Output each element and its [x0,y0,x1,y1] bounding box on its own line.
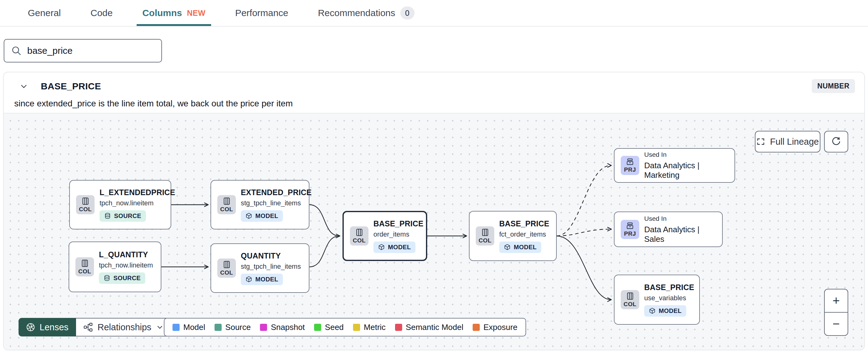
metric-swatch [353,324,360,331]
recommendations-count-badge: 0 [400,6,414,20]
node-title: L_QUANTITY [99,250,148,259]
semantic-model-swatch [395,324,402,331]
lineage-node-quantity[interactable]: COL QUANTITY stg_tpch_line_items MODEL [211,243,309,293]
node-type-legend: Model Source Snapshot Seed Metric Semant… [164,318,526,336]
full-lineage-button[interactable]: Full Lineage [755,131,820,152]
column-chip: COL [75,257,94,276]
column-panel-header: BASE_PRICE NUMBER since extended_price i… [4,72,864,113]
legend-item-exposure: Exposure [473,323,518,332]
used-in-label: Used In [644,151,666,158]
tab-bar: General Code Columns NEW Performance Rec… [0,0,868,27]
legend-item-seed: Seed [314,323,344,332]
node-title: BASE_PRICE [373,219,424,228]
source-swatch [215,324,222,331]
exposure-swatch [473,324,480,331]
lineage-node-base-price-fct-order-items[interactable]: COL BASE_PRICE fct_order_items MODEL [469,211,557,261]
project-chip: PRJ [621,156,639,175]
lineage-node-extended-price[interactable]: COL EXTENDED_PRICE stg_tpch_line_items M… [211,180,309,230]
model-badge: MODEL [241,210,283,222]
model-badge: MODEL [241,274,283,285]
search-input[interactable] [27,46,155,56]
chevron-down-icon [156,324,163,331]
cube-icon [378,244,385,250]
cube-icon [245,276,252,283]
legend-item-metric: Metric [353,323,386,332]
column-lineage-page: General Code Columns NEW Performance Rec… [0,0,868,355]
lineage-node-base-price-order-items-selected[interactable]: COL BASE_PRICE order_items MODEL [342,211,427,261]
lineage-node-l-quantity[interactable]: COL L_QUANTITY tpch_now.lineitem SOURCE [69,241,161,292]
collapse-chevron-icon[interactable] [20,82,28,90]
expand-icon [756,137,765,146]
model-badge: MODEL [644,305,686,317]
database-icon [103,275,111,282]
column-chip: COL [76,195,95,214]
zoom-in-button[interactable]: + [825,290,847,313]
node-subtitle: stg_tpch_line_items [241,263,301,271]
node-subtitle: tpch_now.lineitem [99,199,154,207]
node-title: Data Analytics | Sales [644,225,716,244]
tab-recommendations[interactable]: Recommendations 0 [312,0,420,26]
search-row [0,27,868,62]
column-type-badge: NUMBER [812,79,855,93]
seed-swatch [314,324,321,331]
tab-columns[interactable]: Columns NEW [136,0,211,26]
archive-icon [626,158,634,166]
lineage-canvas[interactable]: COL L_EXTENDEDPRICE tpch_now.lineitem SO… [4,113,864,350]
tab-code[interactable]: Code [85,0,118,26]
columns-icon [355,228,364,237]
column-chip: COL [350,226,369,245]
project-chip: PRJ [621,220,639,239]
columns-icon [223,197,231,205]
legend-item-semantic-model: Semantic Model [395,323,463,332]
lineage-node-used-in-marketing[interactable]: PRJ Used In Data Analytics | Marketing [614,148,735,183]
cube-icon [504,244,511,250]
relationships-icon [84,323,93,332]
new-badge: NEW [187,9,206,18]
model-swatch [173,324,180,331]
node-title: QUANTITY [241,252,281,260]
aperture-icon [26,323,35,332]
lenses-toolbar: Lenses Relationships [19,318,171,336]
node-title: EXTENDED_PRICE [241,188,312,197]
column-name: BASE_PRICE [41,81,101,92]
refresh-button[interactable] [824,131,848,152]
tab-performance[interactable]: Performance [230,0,294,26]
lenses-button[interactable]: Lenses [19,318,76,336]
snapshot-swatch [260,324,267,331]
column-panel: BASE_PRICE NUMBER since extended_price i… [3,72,865,350]
node-title: BASE_PRICE [499,219,549,228]
column-chip: COL [476,226,494,245]
column-chip: COL [621,290,639,309]
refresh-icon [831,137,841,147]
source-badge: SOURCE [99,210,146,222]
columns-icon [223,260,231,269]
cube-icon [649,307,656,314]
column-chip: COL [217,195,236,214]
node-title: BASE_PRICE [644,283,694,292]
search-box[interactable] [4,39,162,62]
zoom-out-button[interactable]: − [825,313,847,335]
columns-icon [626,292,634,300]
columns-icon [481,228,489,237]
model-badge: MODEL [373,241,415,253]
cube-icon [245,212,252,219]
tab-general[interactable]: General [22,0,66,26]
relationships-dropdown[interactable]: Relationships [76,318,171,336]
database-icon [104,212,111,219]
columns-icon [81,197,90,205]
node-subtitle: fct_order_items [499,230,546,238]
column-chip: COL [217,259,236,278]
legend-item-snapshot: Snapshot [260,323,305,332]
node-subtitle: order_items [373,230,409,238]
lineage-node-l-extendedprice[interactable]: COL L_EXTENDEDPRICE tpch_now.lineitem SO… [69,180,171,230]
lineage-node-used-in-sales[interactable]: PRJ Used In Data Analytics | Sales [614,211,723,247]
lineage-edges [4,114,864,350]
archive-icon [626,222,634,230]
source-badge: SOURCE [99,272,145,284]
node-subtitle: use_variables [644,294,686,302]
node-subtitle: stg_tpch_line_items [241,199,301,207]
legend-item-source: Source [215,323,251,332]
column-description: since extended_price is the line item to… [4,93,864,109]
model-badge: MODEL [499,241,541,253]
lineage-node-base-price-use-variables[interactable]: COL BASE_PRICE use_variables MODEL [614,275,700,325]
